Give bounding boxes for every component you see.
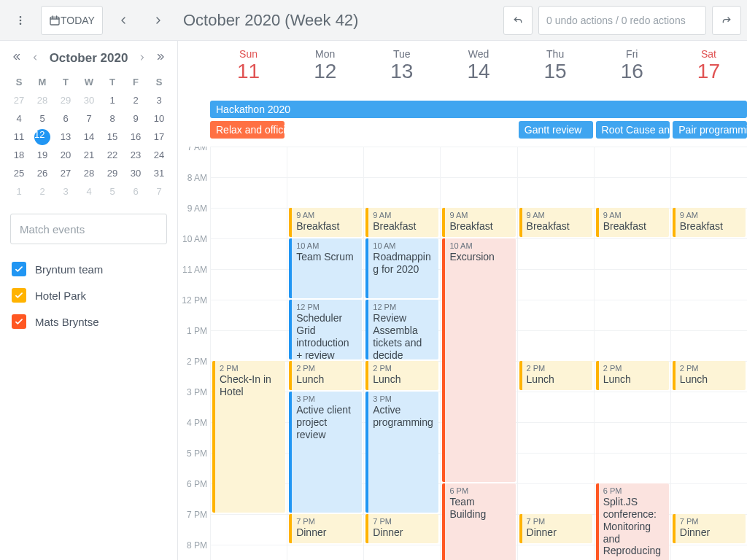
- mini-day[interactable]: 12: [31, 128, 54, 146]
- allday-event-pair[interactable]: Pair programming: [673, 121, 747, 139]
- allday-event-relax[interactable]: Relax and official arrival beer: [210, 121, 285, 139]
- mini-next-month-button[interactable]: [138, 52, 147, 65]
- mini-day[interactable]: 18: [7, 146, 31, 164]
- resource-checkbox[interactable]: [12, 314, 26, 329]
- next-week-button[interactable]: [144, 6, 173, 35]
- mini-day[interactable]: 19: [31, 146, 54, 164]
- calendar-event[interactable]: 7 PMDinner: [673, 514, 746, 543]
- day-column[interactable]: 9 AMBreakfast10 AMExcursion6 PMTeam Buil…: [440, 147, 516, 560]
- mini-day[interactable]: 23: [124, 146, 147, 164]
- resource-checkbox[interactable]: [12, 288, 26, 303]
- calendar-event[interactable]: 9 AMBreakfast: [289, 208, 362, 237]
- mini-day[interactable]: 7: [77, 109, 101, 128]
- prev-week-button[interactable]: [109, 6, 138, 35]
- mini-day[interactable]: 29: [101, 164, 124, 182]
- mini-day[interactable]: 4: [7, 109, 31, 128]
- resource-row[interactable]: Hotel Park: [10, 282, 167, 308]
- mini-day[interactable]: 6: [54, 109, 77, 128]
- calendar-event[interactable]: 2 PMLunch: [289, 361, 362, 390]
- calendar-event[interactable]: 10 AMExcursion: [442, 238, 515, 482]
- mini-day[interactable]: 6: [124, 182, 147, 201]
- allday-event-hackathon[interactable]: Hackathon 2020: [210, 101, 747, 118]
- mini-day[interactable]: 25: [7, 164, 31, 182]
- day-header-cell[interactable]: Sat17: [670, 41, 747, 101]
- mini-day[interactable]: 28: [31, 91, 54, 109]
- mini-day[interactable]: 4: [77, 182, 101, 201]
- mini-day[interactable]: 13: [54, 128, 77, 146]
- calendar-event[interactable]: 6 PMTeam Building: [442, 483, 515, 560]
- calendar-event[interactable]: 9 AMBreakfast: [673, 208, 746, 237]
- day-header-cell[interactable]: Thu15: [517, 41, 594, 101]
- mini-day[interactable]: 21: [77, 146, 101, 164]
- mini-day[interactable]: 26: [31, 164, 54, 182]
- mini-day[interactable]: 27: [54, 164, 77, 182]
- mini-day[interactable]: 3: [147, 91, 171, 109]
- mini-day[interactable]: 31: [147, 164, 171, 182]
- more-menu-button[interactable]: [6, 6, 35, 35]
- allday-event-gantt[interactable]: Gantt review: [519, 121, 593, 139]
- mini-day[interactable]: 1: [7, 182, 31, 201]
- mini-day[interactable]: 5: [101, 182, 124, 201]
- calendar-event[interactable]: 3 PMActive programming: [365, 392, 438, 513]
- mini-day[interactable]: 30: [77, 91, 101, 109]
- mini-day[interactable]: 30: [124, 164, 147, 182]
- calendar-event[interactable]: 3 PMActive client project review: [289, 392, 362, 513]
- search-input[interactable]: [10, 214, 167, 244]
- calendar-event[interactable]: 2 PMLunch: [596, 361, 669, 390]
- day-column[interactable]: 9 AMBreakfast2 PMLunch7 PMDinner: [517, 147, 594, 560]
- mini-day[interactable]: 28: [77, 164, 101, 182]
- redo-button[interactable]: [712, 6, 741, 35]
- mini-calendar-grid[interactable]: SMTWTFS272829301234567891011121314151617…: [7, 73, 170, 201]
- calendar-event[interactable]: 2 PMLunch: [365, 361, 438, 390]
- mini-day[interactable]: 2: [31, 182, 54, 201]
- undo-button[interactable]: [503, 6, 533, 35]
- calendar-event[interactable]: 7 PMDinner: [289, 514, 362, 543]
- mini-day[interactable]: 11: [7, 128, 31, 146]
- time-grid[interactable]: 7 AM8 AM9 AM10 AM11 AM12 PM1 PM2 PM3 PM4…: [178, 147, 747, 560]
- mini-day[interactable]: 15: [101, 128, 124, 146]
- day-header-cell[interactable]: Sun11: [210, 41, 287, 101]
- calendar-event[interactable]: 9 AMBreakfast: [519, 208, 592, 237]
- mini-day[interactable]: 1: [101, 91, 124, 109]
- day-column[interactable]: 9 AMBreakfast2 PMLunch6 PMSplit.JS confe…: [594, 147, 670, 560]
- mini-prev-year-button[interactable]: [12, 52, 22, 65]
- today-button[interactable]: TODAY: [41, 6, 103, 35]
- mini-day[interactable]: 17: [147, 128, 171, 146]
- mini-day[interactable]: 27: [7, 91, 31, 109]
- mini-day[interactable]: 14: [77, 128, 101, 146]
- mini-day[interactable]: 7: [147, 182, 171, 201]
- mini-day[interactable]: 24: [147, 146, 171, 164]
- day-header-cell[interactable]: Mon12: [287, 41, 363, 101]
- calendar-event[interactable]: 10 AMTeam Scrum: [289, 238, 362, 298]
- mini-prev-month-button[interactable]: [31, 52, 39, 65]
- day-column[interactable]: 9 AMBreakfast10 AMRoadmapping for 202012…: [363, 147, 440, 560]
- mini-day[interactable]: 20: [54, 146, 77, 164]
- day-column[interactable]: 2 PMCheck-In in Hotel: [210, 147, 287, 560]
- calendar-event[interactable]: 2 PMLunch: [519, 361, 592, 390]
- day-header-cell[interactable]: Wed14: [440, 41, 516, 101]
- calendar-event[interactable]: 9 AMBreakfast: [596, 208, 669, 237]
- resource-row[interactable]: Mats Bryntse: [10, 308, 167, 335]
- mini-day[interactable]: 3: [54, 182, 77, 201]
- calendar-event[interactable]: 6 PMSplit.JS conference: Monitoring and …: [596, 483, 669, 560]
- calendar-event[interactable]: 9 AMBreakfast: [442, 208, 515, 237]
- calendar-event[interactable]: 12 PMReview Assembla tickets and decide: [365, 300, 438, 359]
- mini-day[interactable]: 29: [54, 91, 77, 109]
- day-column[interactable]: 9 AMBreakfast2 PMLunch7 PMDinner: [670, 147, 747, 560]
- day-header-cell[interactable]: Fri16: [594, 41, 670, 101]
- calendar-event[interactable]: 7 PMDinner: [519, 514, 592, 543]
- mini-day[interactable]: 8: [101, 109, 124, 128]
- calendar-event[interactable]: 7 PMDinner: [365, 514, 438, 543]
- calendar-event[interactable]: 10 AMRoadmapping for 2020: [365, 238, 438, 298]
- mini-day[interactable]: 9: [124, 109, 147, 128]
- allday-event-root[interactable]: Root Cause analysis: [596, 121, 670, 139]
- calendar-event[interactable]: 2 PMLunch: [673, 361, 746, 390]
- mini-day[interactable]: 2: [124, 91, 147, 109]
- resource-checkbox[interactable]: [12, 262, 26, 276]
- mini-day[interactable]: 16: [124, 128, 147, 146]
- undo-history-combo[interactable]: 0 undo actions / 0 redo actions: [538, 6, 706, 35]
- day-header-cell[interactable]: Tue13: [363, 41, 440, 101]
- mini-day[interactable]: 22: [101, 146, 124, 164]
- mini-next-year-button[interactable]: [155, 52, 166, 65]
- mini-day[interactable]: 10: [147, 109, 171, 128]
